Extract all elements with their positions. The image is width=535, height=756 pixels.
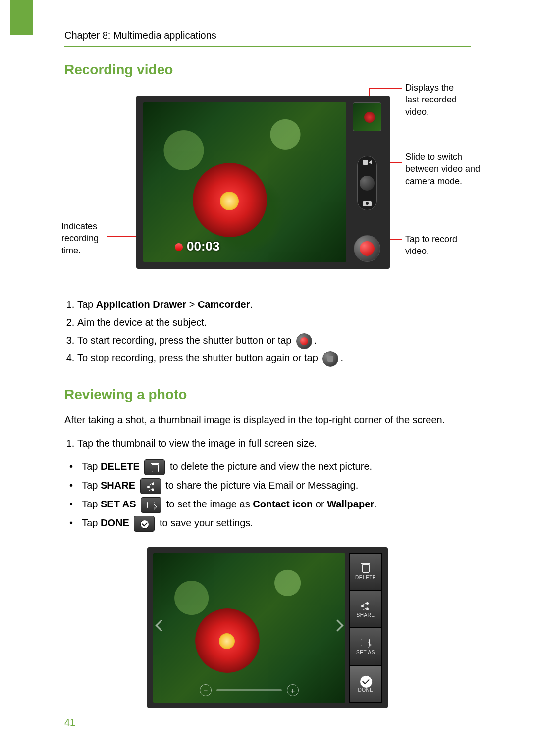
zoom-in-icon: +: [287, 684, 299, 696]
side-tab: [10, 0, 33, 35]
zoom-slider[interactable]: − +: [200, 683, 299, 698]
review-image-content: [195, 608, 260, 673]
slider-knob: [360, 176, 374, 191]
record-button[interactable]: [354, 235, 380, 262]
recording-steps: Tap Application Drawer > Camcorder. Aim …: [64, 296, 471, 367]
camcorder-figure: Displays the last recorded video. Slide …: [64, 88, 471, 286]
step-item: To stop recording, press the shutter but…: [77, 349, 471, 367]
prev-photo-button[interactable]: [157, 621, 165, 634]
done-icon: [360, 675, 372, 685]
zoom-track: [216, 689, 282, 691]
next-photo-button[interactable]: [333, 621, 341, 634]
step-item: Aim the device at the subject.: [77, 313, 471, 331]
share-icon: [360, 601, 372, 610]
callout-record: Tap to record video.: [405, 233, 480, 257]
bullet-item: Tap DONE to save your settings.: [79, 513, 471, 532]
section-heading-recording: Recording video: [64, 62, 471, 78]
share-button-icon[interactable]: [140, 478, 161, 494]
content-area: Chapter 8: Multimedia applications Recor…: [0, 0, 535, 708]
bullet-item: Tap SHARE to share the picture via Email…: [79, 476, 471, 495]
last-video-thumbnail[interactable]: [353, 102, 381, 131]
mode-switch-slider[interactable]: [357, 156, 377, 210]
header-rule: [64, 46, 471, 47]
viewfinder: 00:03: [143, 102, 346, 262]
zoom-out-icon: −: [200, 684, 212, 696]
chapter-header: Chapter 8: Multimedia applications: [64, 30, 471, 41]
camera-mode-icon: [363, 200, 372, 207]
recording-time: 00:03: [187, 239, 220, 254]
review-delete-button[interactable]: DELETE: [349, 553, 382, 591]
lead-line: [369, 88, 402, 89]
step-item: To start recording, press the shutter bu…: [77, 331, 471, 349]
callout-time: Indicates recording time.: [61, 220, 116, 256]
review-side-buttons: DELETE SHARE SET AS DONE: [349, 553, 382, 703]
trash-icon: [150, 463, 159, 472]
callout-mode-switch: Slide to switch between video and camera…: [405, 151, 494, 187]
review-bullets: Tap DELETE to delete the picture and vie…: [64, 457, 471, 532]
review-share-button[interactable]: SHARE: [349, 591, 382, 628]
review-intro: After taking a shot, a thumbnail image i…: [64, 412, 471, 427]
photo-review-screenshot: − + DELETE SHARE SET AS: [147, 547, 388, 708]
share-icon: [146, 482, 155, 491]
camcorder-screenshot: 00:03: [136, 96, 390, 269]
review-setas-button[interactable]: SET AS: [349, 628, 382, 665]
record-icon[interactable]: [296, 333, 312, 349]
step-item: Tap the thumbnail to view the image in f…: [77, 434, 471, 452]
bullet-item: Tap DELETE to delete the picture and vie…: [79, 457, 471, 476]
recording-indicator-icon: [175, 243, 183, 251]
callout-thumbnail: Displays the last recorded video.: [405, 82, 470, 118]
setas-icon: [147, 501, 156, 509]
page-number: 41: [64, 717, 75, 728]
step-item: Tap Application Drawer > Camcorder.: [77, 296, 471, 313]
done-icon: [140, 519, 149, 528]
delete-button-icon[interactable]: [144, 459, 165, 475]
section-heading-reviewing: Reviewing a photo: [64, 387, 471, 403]
done-button-icon[interactable]: [134, 516, 155, 532]
review-done-button[interactable]: DONE: [349, 665, 382, 703]
stop-icon[interactable]: [322, 351, 338, 367]
viewfinder-content: [193, 163, 267, 237]
page: Chapter 8: Multimedia applications Recor…: [0, 0, 535, 756]
trash-icon: [360, 563, 372, 573]
video-mode-icon: [363, 159, 372, 166]
setas-button-icon[interactable]: [141, 497, 161, 513]
review-steps: Tap the thumbnail to view the image in f…: [64, 434, 471, 452]
bullet-item: Tap SET AS to set the image as Contact i…: [79, 495, 471, 513]
setas-icon: [360, 638, 372, 648]
camcorder-side-controls: [351, 102, 383, 262]
review-viewfinder: − +: [153, 553, 345, 703]
